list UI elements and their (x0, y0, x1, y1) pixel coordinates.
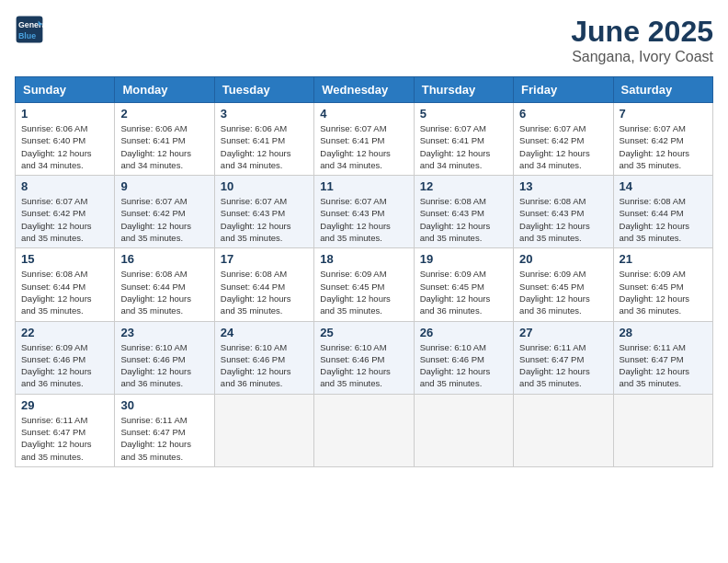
calendar-cell: 19Sunrise: 6:09 AM Sunset: 6:45 PM Dayli… (414, 248, 513, 321)
calendar-cell: 22Sunrise: 6:09 AM Sunset: 6:46 PM Dayli… (16, 321, 115, 394)
day-number: 26 (420, 326, 507, 339)
day-info: Sunrise: 6:07 AM Sunset: 6:42 PM Dayligh… (519, 122, 607, 171)
day-number: 28 (620, 326, 707, 339)
calendar-cell: 2Sunrise: 6:06 AM Sunset: 6:41 PM Daylig… (115, 103, 214, 176)
day-number: 14 (620, 179, 707, 193)
page-header: General Blue June 2025 Sangana, Ivory Co… (15, 15, 713, 65)
calendar-cell: 11Sunrise: 6:07 AM Sunset: 6:43 PM Dayli… (314, 176, 414, 248)
calendar-cell (214, 394, 313, 466)
day-number: 16 (120, 252, 208, 266)
day-number: 21 (620, 252, 707, 266)
day-number: 23 (120, 326, 208, 339)
day-number: 6 (519, 107, 607, 121)
day-number: 7 (620, 107, 707, 121)
day-number: 5 (420, 107, 507, 121)
calendar-cell: 23Sunrise: 6:10 AM Sunset: 6:46 PM Dayli… (115, 321, 214, 394)
calendar-cell: 15Sunrise: 6:08 AM Sunset: 6:44 PM Dayli… (16, 248, 115, 321)
calendar-cell: 1Sunrise: 6:06 AM Sunset: 6:40 PM Daylig… (16, 103, 115, 176)
day-info: Sunrise: 6:09 AM Sunset: 6:45 PM Dayligh… (620, 268, 707, 316)
day-info: Sunrise: 6:10 AM Sunset: 6:46 PM Dayligh… (420, 341, 507, 390)
calendar-cell: 8Sunrise: 6:07 AM Sunset: 6:42 PM Daylig… (16, 176, 115, 248)
weekday-header-saturday: Saturday (613, 77, 712, 103)
day-info: Sunrise: 6:06 AM Sunset: 6:41 PM Dayligh… (120, 122, 208, 171)
day-info: Sunrise: 6:11 AM Sunset: 6:47 PM Dayligh… (120, 414, 208, 463)
calendar-cell: 6Sunrise: 6:07 AM Sunset: 6:42 PM Daylig… (514, 103, 613, 176)
day-number: 1 (21, 107, 108, 121)
day-info: Sunrise: 6:08 AM Sunset: 6:44 PM Dayligh… (21, 268, 108, 316)
logo-icon: General Blue (15, 15, 44, 44)
calendar-subtitle: Sangana, Ivory Coast (571, 49, 713, 65)
day-number: 8 (21, 179, 108, 193)
day-number: 19 (420, 252, 507, 266)
day-info: Sunrise: 6:09 AM Sunset: 6:45 PM Dayligh… (320, 268, 407, 316)
day-number: 13 (519, 179, 607, 193)
day-info: Sunrise: 6:07 AM Sunset: 6:43 PM Dayligh… (221, 195, 308, 244)
calendar-title: June 2025 (571, 15, 713, 49)
day-info: Sunrise: 6:07 AM Sunset: 6:41 PM Dayligh… (320, 122, 407, 171)
calendar-cell: 9Sunrise: 6:07 AM Sunset: 6:42 PM Daylig… (115, 176, 214, 248)
calendar-cell: 24Sunrise: 6:10 AM Sunset: 6:46 PM Dayli… (214, 321, 313, 394)
calendar-cell: 14Sunrise: 6:08 AM Sunset: 6:44 PM Dayli… (613, 176, 712, 248)
calendar-cell: 20Sunrise: 6:09 AM Sunset: 6:45 PM Dayli… (514, 248, 613, 321)
day-info: Sunrise: 6:08 AM Sunset: 6:43 PM Dayligh… (420, 195, 507, 244)
day-info: Sunrise: 6:07 AM Sunset: 6:41 PM Dayligh… (420, 122, 507, 171)
calendar-cell: 30Sunrise: 6:11 AM Sunset: 6:47 PM Dayli… (115, 394, 214, 466)
day-info: Sunrise: 6:06 AM Sunset: 6:41 PM Dayligh… (221, 122, 308, 171)
day-info: Sunrise: 6:10 AM Sunset: 6:46 PM Dayligh… (320, 341, 407, 390)
calendar-cell: 25Sunrise: 6:10 AM Sunset: 6:46 PM Dayli… (314, 321, 414, 394)
calendar-cell (613, 394, 712, 466)
day-number: 27 (519, 326, 607, 339)
weekday-header-row: SundayMondayTuesdayWednesdayThursdayFrid… (16, 77, 713, 103)
calendar-cell: 17Sunrise: 6:08 AM Sunset: 6:44 PM Dayli… (214, 248, 313, 321)
day-number: 29 (21, 398, 108, 412)
calendar-cell: 10Sunrise: 6:07 AM Sunset: 6:43 PM Dayli… (214, 176, 313, 248)
calendar-week-row: 29Sunrise: 6:11 AM Sunset: 6:47 PM Dayli… (16, 394, 713, 466)
weekday-header-tuesday: Tuesday (214, 77, 313, 103)
calendar-cell: 5Sunrise: 6:07 AM Sunset: 6:41 PM Daylig… (414, 103, 513, 176)
day-number: 30 (120, 398, 208, 412)
svg-text:General: General (18, 20, 44, 29)
title-block: June 2025 Sangana, Ivory Coast (571, 15, 713, 65)
day-info: Sunrise: 6:06 AM Sunset: 6:40 PM Dayligh… (21, 122, 108, 171)
day-info: Sunrise: 6:08 AM Sunset: 6:43 PM Dayligh… (519, 195, 607, 244)
day-info: Sunrise: 6:09 AM Sunset: 6:45 PM Dayligh… (519, 268, 607, 316)
weekday-header-thursday: Thursday (414, 77, 513, 103)
day-number: 25 (320, 326, 407, 339)
day-number: 17 (221, 252, 308, 266)
day-info: Sunrise: 6:07 AM Sunset: 6:42 PM Dayligh… (21, 195, 108, 244)
calendar-cell: 13Sunrise: 6:08 AM Sunset: 6:43 PM Dayli… (514, 176, 613, 248)
calendar-cell: 21Sunrise: 6:09 AM Sunset: 6:45 PM Dayli… (613, 248, 712, 321)
day-info: Sunrise: 6:07 AM Sunset: 6:42 PM Dayligh… (120, 195, 208, 244)
calendar-cell: 18Sunrise: 6:09 AM Sunset: 6:45 PM Dayli… (314, 248, 414, 321)
calendar-week-row: 22Sunrise: 6:09 AM Sunset: 6:46 PM Dayli… (16, 321, 713, 394)
calendar-cell: 4Sunrise: 6:07 AM Sunset: 6:41 PM Daylig… (314, 103, 414, 176)
calendar-cell: 3Sunrise: 6:06 AM Sunset: 6:41 PM Daylig… (214, 103, 313, 176)
day-info: Sunrise: 6:07 AM Sunset: 6:42 PM Dayligh… (620, 122, 707, 171)
day-info: Sunrise: 6:09 AM Sunset: 6:46 PM Dayligh… (21, 341, 108, 390)
calendar-cell (514, 394, 613, 466)
weekday-header-sunday: Sunday (16, 77, 115, 103)
day-number: 9 (120, 179, 208, 193)
day-info: Sunrise: 6:07 AM Sunset: 6:43 PM Dayligh… (320, 195, 407, 244)
weekday-header-wednesday: Wednesday (314, 77, 414, 103)
day-number: 24 (221, 326, 308, 339)
calendar-cell (314, 394, 414, 466)
day-info: Sunrise: 6:11 AM Sunset: 6:47 PM Dayligh… (620, 341, 707, 390)
day-info: Sunrise: 6:11 AM Sunset: 6:47 PM Dayligh… (21, 414, 108, 463)
weekday-header-monday: Monday (115, 77, 214, 103)
calendar-week-row: 8Sunrise: 6:07 AM Sunset: 6:42 PM Daylig… (16, 176, 713, 248)
day-number: 22 (21, 326, 108, 339)
day-number: 15 (21, 252, 108, 266)
day-number: 3 (221, 107, 308, 121)
calendar-cell (414, 394, 513, 466)
calendar-cell: 12Sunrise: 6:08 AM Sunset: 6:43 PM Dayli… (414, 176, 513, 248)
calendar-cell: 7Sunrise: 6:07 AM Sunset: 6:42 PM Daylig… (613, 103, 712, 176)
calendar-cell: 16Sunrise: 6:08 AM Sunset: 6:44 PM Dayli… (115, 248, 214, 321)
day-number: 4 (320, 107, 407, 121)
day-info: Sunrise: 6:08 AM Sunset: 6:44 PM Dayligh… (620, 195, 707, 244)
calendar-cell: 28Sunrise: 6:11 AM Sunset: 6:47 PM Dayli… (613, 321, 712, 394)
calendar-cell: 27Sunrise: 6:11 AM Sunset: 6:47 PM Dayli… (514, 321, 613, 394)
day-info: Sunrise: 6:10 AM Sunset: 6:46 PM Dayligh… (120, 341, 208, 390)
calendar-week-row: 1Sunrise: 6:06 AM Sunset: 6:40 PM Daylig… (16, 103, 713, 176)
logo: General Blue (15, 15, 44, 44)
